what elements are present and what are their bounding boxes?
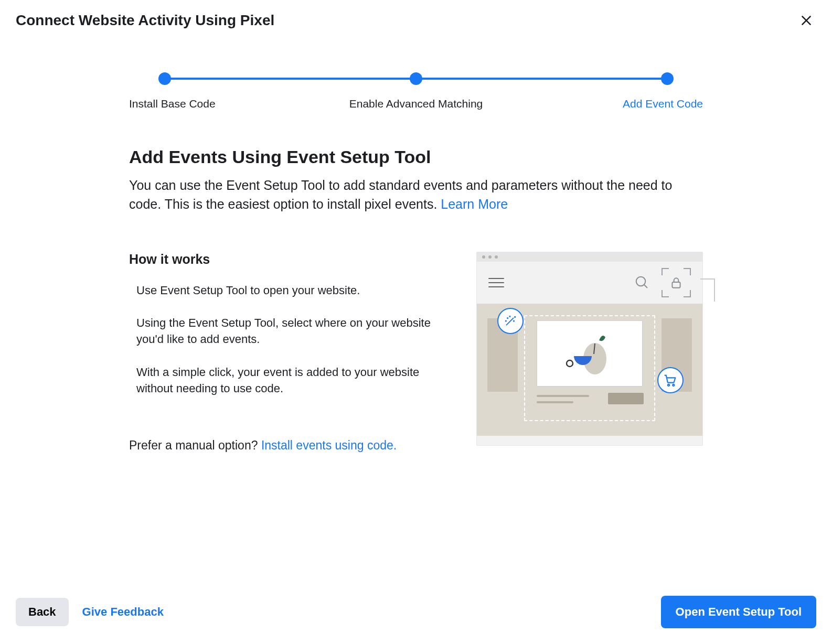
give-feedback-link[interactable]: Give Feedback (82, 605, 164, 619)
close-icon (799, 14, 813, 27)
dialog-footer: Back Give Feedback Open Event Setup Tool (16, 596, 816, 628)
cart-badge (657, 367, 684, 393)
section-description: You can use the Event Setup Tool to add … (129, 176, 703, 214)
main-content: Add Events Using Event Setup Tool You ca… (129, 147, 703, 453)
stepper-dot-1 (158, 72, 171, 85)
manual-option-row: Prefer a manual option? Install events u… (129, 438, 455, 453)
how-it-works-step-3: With a simple click, your event is added… (136, 364, 455, 397)
stepper-track (165, 72, 667, 87)
manual-option-prefix: Prefer a manual option? (129, 438, 261, 452)
section-title: Add Events Using Event Setup Tool (129, 147, 703, 167)
svg-point-11 (514, 320, 514, 321)
stepper-label-3: Add Event Code (511, 98, 703, 110)
svg-point-2 (636, 276, 646, 286)
how-it-works-step-1: Use Event Setup Tool to open your websit… (136, 283, 455, 299)
svg-point-12 (515, 316, 515, 317)
svg-point-7 (567, 360, 573, 367)
illustration-topbar (477, 252, 702, 262)
stepper-dot-2 (410, 72, 422, 85)
open-event-setup-tool-button[interactable]: Open Event Setup Tool (661, 596, 816, 628)
search-icon (634, 275, 650, 291)
stepper-labels: Install Base Code Enable Advanced Matchi… (129, 98, 703, 110)
illustration-browser (476, 252, 703, 446)
svg-point-9 (507, 317, 508, 318)
learn-more-link[interactable]: Learn More (441, 197, 508, 211)
product-illustration-icon (558, 330, 621, 377)
magic-wand-badge (497, 308, 524, 334)
lock-target-icon (662, 268, 691, 297)
svg-point-15 (673, 384, 674, 385)
dialog-title: Connect Website Activity Using Pixel (16, 12, 274, 29)
back-button[interactable]: Back (16, 598, 69, 626)
svg-point-10 (509, 316, 510, 316)
how-it-works-step-2: Using the Event Setup Tool, select where… (136, 315, 455, 348)
stepper-label-2: Enable Advanced Matching (321, 98, 512, 110)
install-code-link[interactable]: Install events using code. (261, 438, 397, 452)
dialog-header: Connect Website Activity Using Pixel (0, 0, 832, 36)
illustration-toolbar (477, 262, 702, 304)
hamburger-icon (488, 278, 504, 287)
footer-left: Back Give Feedback (16, 598, 164, 626)
stepper-dot-3 (661, 72, 674, 85)
section-description-text: You can use the Event Setup Tool to add … (129, 178, 672, 211)
svg-rect-4 (672, 282, 680, 287)
illustration (476, 252, 703, 446)
how-it-works-wrap: How it works Use Event Setup Tool to ope… (129, 252, 703, 453)
how-it-works-text: How it works Use Event Setup Tool to ope… (129, 252, 455, 453)
stepper-label-1: Install Base Code (129, 98, 321, 110)
how-it-works-title: How it works (129, 252, 455, 267)
how-it-works-steps: Use Event Setup Tool to open your websit… (129, 283, 455, 397)
svg-line-3 (644, 284, 647, 287)
svg-point-14 (668, 384, 669, 385)
progress-stepper: Install Base Code Enable Advanced Matchi… (129, 72, 703, 110)
shopping-cart-icon (663, 373, 678, 388)
lock-icon (669, 276, 683, 289)
close-button[interactable] (796, 10, 816, 30)
magic-wand-icon (504, 314, 517, 328)
svg-line-8 (506, 318, 513, 325)
svg-point-13 (506, 320, 506, 321)
